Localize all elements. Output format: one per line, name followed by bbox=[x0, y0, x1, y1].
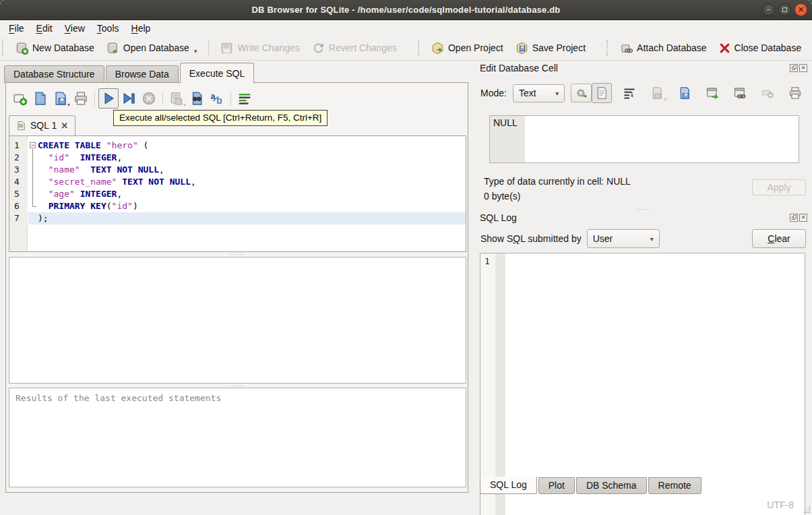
mode-select[interactable]: Text ▾ bbox=[513, 84, 565, 102]
attach-database-icon bbox=[620, 42, 633, 55]
results-message-pane[interactable]: Results of the last executed statements bbox=[9, 388, 466, 487]
toolbar-drag-handle[interactable] bbox=[2, 40, 5, 56]
code-text: ); bbox=[38, 212, 466, 224]
open-project-icon bbox=[431, 42, 444, 55]
line-number: 6 bbox=[9, 200, 28, 212]
code-line[interactable]: 7); bbox=[28, 212, 466, 224]
edit-cell-header: Edit Database Cell ✕ bbox=[480, 62, 807, 74]
menu-file[interactable]: File bbox=[3, 22, 30, 35]
close-panel-icon: ✕ bbox=[801, 65, 806, 71]
tab-browse-data[interactable]: Browse Data bbox=[106, 65, 179, 83]
format-sql-button[interactable]: ab bbox=[207, 88, 227, 109]
code-line[interactable]: 1−CREATE TABLE "hero" ( bbox=[28, 140, 466, 152]
open-database-button[interactable]: Open Database ▾ bbox=[100, 38, 204, 58]
log-filter-select[interactable]: User ▾ bbox=[587, 229, 660, 248]
line-number: 4 bbox=[9, 176, 28, 188]
close-panel-button[interactable]: ✕ bbox=[799, 214, 807, 222]
toolbar-drag-handle[interactable] bbox=[606, 40, 610, 56]
open-database-label: Open Database bbox=[123, 42, 189, 53]
clear-log-button[interactable]: Clear bbox=[752, 229, 806, 248]
app-window: DB Browser for SQLite - /home/user/code/… bbox=[0, 0, 812, 515]
find-in-sql-button[interactable] bbox=[187, 88, 207, 109]
cell-icon-strip: ▾ bbox=[592, 83, 805, 103]
write-changes-icon bbox=[220, 42, 233, 55]
query-results-table[interactable] bbox=[9, 257, 466, 384]
tab-execute-sql[interactable]: Execute SQL bbox=[180, 63, 255, 84]
tab-plot[interactable]: Plot bbox=[538, 477, 575, 494]
tab-sql-log[interactable]: SQL Log bbox=[480, 477, 537, 494]
save-project-label: Save Project bbox=[532, 42, 586, 53]
sql-toolbar: ▾ ▾ ab bbox=[10, 86, 255, 111]
dock-tab-bar: SQL LogPlotDB SchemaRemote bbox=[480, 477, 703, 494]
save-project-button[interactable]: Save Project bbox=[509, 38, 592, 58]
toolbar-drag-handle[interactable] bbox=[418, 40, 421, 56]
cell-type-info: Type of data currently in cell: NULL 0 b… bbox=[484, 174, 631, 204]
sql-tab[interactable]: SQL 1 ✕ bbox=[9, 115, 75, 135]
code-line[interactable]: 4 "secret_name" TEXT NOT NULL, bbox=[28, 176, 466, 188]
link-data-button[interactable] bbox=[730, 83, 750, 103]
open-database-dropdown-icon[interactable]: ▾ bbox=[194, 48, 197, 55]
sql-tab-close-icon[interactable]: ✕ bbox=[61, 121, 68, 131]
code-line[interactable]: 3 "name" TEXT NOT NULL, bbox=[28, 164, 466, 176]
tab-database-structure[interactable]: Database Structure bbox=[4, 65, 104, 83]
line-number: 2 bbox=[9, 152, 28, 164]
open-database-icon bbox=[106, 42, 119, 55]
print-cell-button[interactable] bbox=[785, 83, 805, 103]
fold-collapse-icon[interactable]: − bbox=[30, 142, 36, 148]
clear-label: Clear bbox=[768, 233, 790, 244]
code-line[interactable]: 6 PRIMARY KEY("id") bbox=[28, 200, 466, 212]
save-sql-file-button[interactable]: ▾ bbox=[51, 88, 71, 109]
float-panel-button[interactable] bbox=[790, 64, 798, 72]
open-in-external-button[interactable] bbox=[702, 83, 722, 103]
code-text: "name" TEXT NOT NULL, bbox=[38, 164, 466, 176]
save-sql-dropdown-icon[interactable]: ▾ bbox=[67, 102, 70, 108]
maximize-button[interactable] bbox=[778, 3, 791, 16]
close-panel-button[interactable]: ✕ bbox=[799, 64, 807, 72]
execute-current-line-button[interactable] bbox=[119, 88, 139, 109]
encoding-indicator: UTF-8 bbox=[767, 499, 794, 510]
cell-value-editor[interactable]: NULL bbox=[489, 115, 799, 163]
titlebar[interactable]: DB Browser for SQLite - /home/user/code/… bbox=[0, 0, 812, 20]
text-mode-button[interactable] bbox=[592, 83, 612, 103]
main-toolbar: New Database Open Database ▾ Write Chang… bbox=[0, 36, 812, 61]
right-dock: Edit Database Cell ✕ Mode: Text ▾ ▾ bbox=[475, 61, 812, 495]
export-cell-data-button[interactable] bbox=[675, 83, 695, 103]
code-line[interactable]: 2 "id" INTEGER, bbox=[28, 152, 466, 164]
minimize-button[interactable]: − bbox=[762, 3, 775, 16]
auto-apply-button[interactable] bbox=[571, 84, 592, 102]
code-line[interactable]: 5 "age" INTEGER, bbox=[28, 188, 466, 200]
menu-tools[interactable]: Tools bbox=[91, 22, 125, 35]
menu-help[interactable]: Help bbox=[125, 22, 157, 35]
new-sql-tab-button[interactable] bbox=[10, 88, 30, 109]
sql-tab-bar: SQL 1 ✕ bbox=[9, 113, 75, 135]
import-dropdown-icon: ▾ bbox=[664, 96, 666, 102]
open-sql-file-button[interactable] bbox=[30, 88, 51, 109]
open-project-button[interactable]: Open Project bbox=[425, 38, 509, 58]
word-wrap-button[interactable] bbox=[235, 88, 255, 109]
fold-margin bbox=[28, 188, 38, 200]
close-icon: ✕ bbox=[798, 6, 804, 13]
word-wrap-cell-button[interactable] bbox=[619, 83, 639, 103]
sql-code-editor[interactable]: 1−CREATE TABLE "hero" (2 "id" INTEGER,3 … bbox=[9, 135, 466, 252]
print-sql-button[interactable] bbox=[71, 88, 91, 109]
execute-sql-button[interactable] bbox=[98, 88, 119, 109]
tab-remote[interactable]: Remote bbox=[648, 477, 701, 494]
fold-margin bbox=[28, 152, 38, 164]
resize-grip-icon[interactable] bbox=[803, 506, 811, 514]
tab-db-schema[interactable]: DB Schema bbox=[576, 477, 647, 494]
main-tab-bar: Database StructureBrowse DataExecute SQL bbox=[4, 62, 255, 83]
menu-edit[interactable]: Edit bbox=[30, 22, 59, 35]
close-button[interactable]: ✕ bbox=[794, 3, 807, 16]
log-line-gutter bbox=[480, 253, 495, 515]
fold-margin bbox=[28, 212, 38, 224]
fold-margin bbox=[28, 164, 38, 176]
execute-sql-panel: ▾ ▾ ab SQL 1 ✕ 1−CREATE TABLE "hero" (2 … bbox=[5, 82, 468, 493]
menu-view[interactable]: View bbox=[59, 22, 91, 35]
float-panel-button[interactable] bbox=[790, 214, 798, 222]
sql-log-view[interactable]: 1 bbox=[480, 253, 805, 515]
attach-database-button[interactable]: Attach Database bbox=[614, 38, 713, 58]
close-database-button[interactable]: Close Database bbox=[713, 39, 808, 57]
new-database-button[interactable]: New Database bbox=[9, 38, 100, 58]
apply-button: Apply bbox=[752, 179, 806, 195]
fold-margin[interactable]: − bbox=[28, 140, 38, 152]
